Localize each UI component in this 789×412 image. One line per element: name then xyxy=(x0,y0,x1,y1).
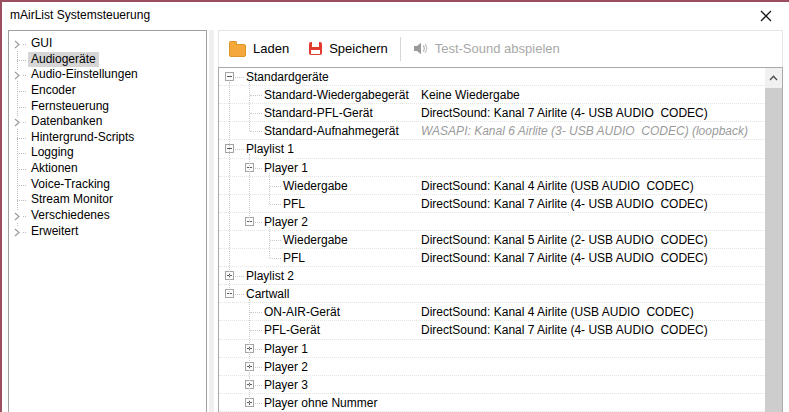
speaker-icon xyxy=(413,42,428,55)
scrollbar-thumb[interactable] xyxy=(765,88,782,412)
tree-row-label: Standardgeräte xyxy=(246,68,329,86)
tree-row[interactable]: Cartwall xyxy=(219,285,765,303)
tree-row-label: Wiedergabe xyxy=(283,177,348,195)
tree-line xyxy=(270,186,281,187)
toolbar-separator xyxy=(400,37,401,61)
sidebar-item-aktionen[interactable]: Aktionen xyxy=(9,161,206,177)
tree-row-label: Wiedergabe xyxy=(283,231,348,249)
tree-line xyxy=(269,227,271,258)
save-button-label: Speichern xyxy=(329,41,388,56)
sidebar-item-voice-tracking[interactable]: Voice-Tracking xyxy=(9,177,206,193)
tree-row[interactable]: Player 2 xyxy=(219,213,765,231)
tree-row-value: WASAPI: Kanal 6 Airlite (3- USB AUDIO CO… xyxy=(421,122,748,140)
tree-line xyxy=(249,82,251,131)
sidebar-item-label: Encoder xyxy=(28,83,79,99)
tree-row[interactable]: Player ohne Nummer xyxy=(219,394,765,412)
sidebar-item-label: Aktionen xyxy=(28,161,81,177)
close-icon xyxy=(760,10,772,22)
sidebar-item-stream-monitor[interactable]: Stream Monitor xyxy=(9,192,206,208)
tree-row[interactable]: Standard-AufnahmegerätWASAPI: Kanal 6 Ai… xyxy=(219,122,765,140)
load-button-label: Laden xyxy=(253,41,289,56)
tree-row-value: Keine Wiedergabe xyxy=(421,86,520,104)
load-button[interactable]: Laden xyxy=(222,37,296,61)
window-border-left xyxy=(0,0,2,412)
test-sound-button[interactable]: Test-Sound abspielen xyxy=(406,37,567,60)
tree-row-label: Player ohne Nummer xyxy=(264,394,377,412)
tree-line xyxy=(250,330,262,331)
tree-rows: StandardgeräteStandard-WiedergabegerätKe… xyxy=(219,68,765,412)
tree-line xyxy=(229,82,231,294)
tree-row[interactable]: PFLDirectSound: Kanal 7 Airlite (4- USB … xyxy=(219,195,765,213)
chevron-up-icon xyxy=(769,75,778,81)
sidebar-item-gui[interactable]: GUI xyxy=(9,36,206,52)
splitter[interactable] xyxy=(209,30,214,412)
tree-line xyxy=(270,240,281,241)
tree-row[interactable]: PFLDirectSound: Kanal 7 Airlite (4- USB … xyxy=(219,249,765,267)
tree-row-label: Standard-Wiedergabegerät xyxy=(264,86,409,104)
tree-row-value: DirectSound: Kanal 7 Airlite (4- USB AUD… xyxy=(421,195,708,213)
sidebar-item-audio-einstellungen[interactable]: Audio-Einstellungen xyxy=(9,67,206,83)
chevron-right-icon[interactable] xyxy=(11,227,22,238)
tree-row[interactable]: ON-AIR-GerätDirectSound: Kanal 4 Airlite… xyxy=(219,303,765,321)
sidebar-item-verschiedenes[interactable]: Verschiedenes xyxy=(9,208,206,224)
vertical-scrollbar[interactable] xyxy=(765,68,782,412)
title-bar: mAirList Systemsteuerung xyxy=(2,2,789,28)
tree-line xyxy=(270,258,281,259)
tree-row[interactable]: Player 2 xyxy=(219,358,765,376)
window-title: mAirList Systemsteuerung xyxy=(10,8,150,22)
chevron-right-icon[interactable] xyxy=(11,70,22,81)
tree-row[interactable]: Playlist 1 xyxy=(219,140,765,158)
tree-row-value: DirectSound: Kanal 7 Airlite (4- USB AUD… xyxy=(421,321,708,339)
tree-row-label: Playlist 1 xyxy=(246,140,294,158)
sidebar-item-fernsteuerung[interactable]: Fernsteuerung xyxy=(9,99,206,115)
tree-line xyxy=(250,312,262,313)
sidebar-item-label: Audio-Einstellungen xyxy=(28,67,141,83)
audio-device-tree: StandardgeräteStandard-WiedergabegerätKe… xyxy=(218,67,783,412)
main-panel: Laden Speichern Test-Sound abspielen Sta… xyxy=(218,30,783,412)
toolbar: Laden Speichern Test-Sound abspielen xyxy=(219,31,782,66)
expander-minus-icon[interactable] xyxy=(225,72,234,81)
floppy-disk-icon xyxy=(309,42,322,55)
sidebar-item-datenbanken[interactable]: Datenbanken xyxy=(9,114,206,130)
tree-row[interactable]: Player 1 xyxy=(219,340,765,358)
sidebar-item-erweitert[interactable]: Erweitert xyxy=(9,224,206,240)
tree-line xyxy=(249,154,251,221)
sidebar-item-logging[interactable]: Logging xyxy=(9,145,206,161)
tree-row-label: PFL xyxy=(283,195,305,213)
tree-row[interactable]: PFL-GerätDirectSound: Kanal 7 Airlite (4… xyxy=(219,321,765,339)
tree-row[interactable]: Player 1 xyxy=(219,159,765,177)
sidebar-item-encoder[interactable]: Encoder xyxy=(9,83,206,99)
chevron-right-icon[interactable] xyxy=(11,117,22,128)
tree-row[interactable]: Player 3 xyxy=(219,376,765,394)
sidebar-item-label: GUI xyxy=(28,36,55,52)
chevron-right-icon[interactable] xyxy=(11,39,22,50)
sidebar-item-label: Fernsteuerung xyxy=(28,99,112,115)
save-button[interactable]: Speichern xyxy=(302,37,395,60)
tree-row[interactable]: Playlist 2 xyxy=(219,267,765,285)
tree-row-value: DirectSound: Kanal 5 Airlite (2- USB AUD… xyxy=(421,231,708,249)
tree-row[interactable]: WiedergabeDirectSound: Kanal 4 Airlite (… xyxy=(219,177,765,195)
tree-row[interactable]: Standard-PFL-GerätDirectSound: Kanal 7 A… xyxy=(219,104,765,122)
tree-row-label: ON-AIR-Gerät xyxy=(264,303,340,321)
sidebar-item-label: Voice-Tracking xyxy=(28,177,113,193)
sidebar-item-hintergrund-scripts[interactable]: Hintergrund-Scripts xyxy=(9,130,206,146)
tree-row-label: Standard-PFL-Gerät xyxy=(264,104,373,122)
close-button[interactable] xyxy=(752,5,780,27)
scroll-up-button[interactable] xyxy=(765,68,782,88)
tree-row[interactable]: WiedergabeDirectSound: Kanal 5 Airlite (… xyxy=(219,231,765,249)
tree-row-value: DirectSound: Kanal 4 Airlite (USB AUDIO … xyxy=(421,303,694,321)
tree-line xyxy=(17,153,26,154)
sidebar-item-label: Datenbanken xyxy=(28,114,105,130)
chevron-right-icon[interactable] xyxy=(11,211,22,222)
tree-row-label: Player 1 xyxy=(264,340,308,358)
tree-row[interactable]: Standardgeräte xyxy=(219,68,765,86)
tree-line xyxy=(249,299,251,403)
tree-line xyxy=(17,91,26,92)
tree-row[interactable]: Standard-WiedergabegerätKeine Wiedergabe xyxy=(219,86,765,104)
tree-line xyxy=(17,185,26,186)
tree-row-value: DirectSound: Kanal 7 Airlite (4- USB AUD… xyxy=(421,104,708,122)
tree-row-label: PFL xyxy=(283,249,305,267)
tree-row-label: PFL-Gerät xyxy=(264,321,320,339)
sidebar-item-audiogeraete[interactable]: Audiogeräte xyxy=(9,52,206,68)
tree-row-label: Cartwall xyxy=(246,285,289,303)
